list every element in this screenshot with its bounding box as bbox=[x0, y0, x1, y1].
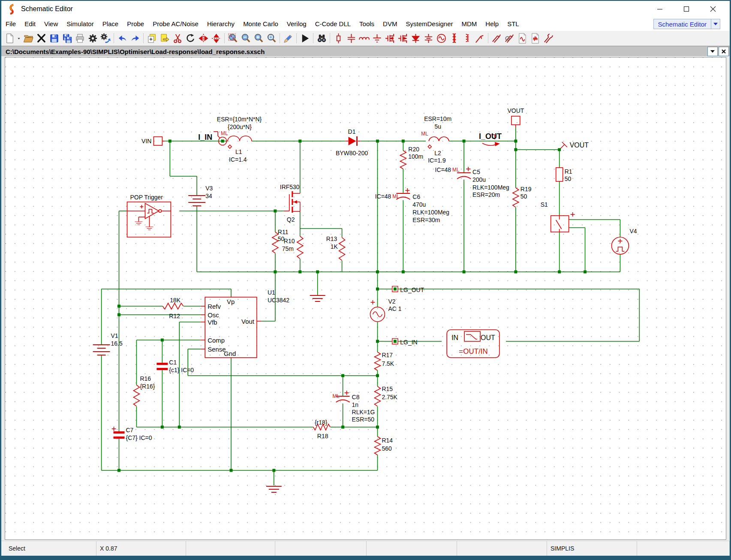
symbol[interactable] bbox=[310, 295, 325, 301]
component-symbols[interactable] bbox=[93, 116, 629, 492]
menu-probe[interactable]: Probe bbox=[123, 17, 148, 31]
menu-tools[interactable]: Tools bbox=[355, 17, 379, 31]
mode-selector[interactable]: Schematic Editor bbox=[653, 19, 711, 29]
menu-help[interactable]: Help bbox=[481, 17, 503, 31]
schematic[interactable]: VINI_INESR={10m*N*N}{200u*N}MLL1IC=1.4V3… bbox=[5, 57, 726, 539]
symbol[interactable] bbox=[374, 437, 380, 455]
toolbar-current-probe-button[interactable] bbox=[503, 32, 516, 45]
toolbar-flip-horizontal-button[interactable] bbox=[210, 32, 223, 45]
symbol[interactable] bbox=[339, 238, 345, 260]
symbol[interactable] bbox=[93, 345, 110, 355]
symbol[interactable] bbox=[266, 486, 282, 492]
toolbar-flip-vertical-button[interactable] bbox=[197, 32, 210, 45]
toolbar-settings-run-button[interactable] bbox=[99, 32, 112, 45]
label-c8_rlk: RLK=1G bbox=[352, 409, 375, 415]
symbol[interactable] bbox=[374, 352, 380, 370]
toolbar-place-nmos-button[interactable] bbox=[383, 32, 396, 45]
symbol[interactable] bbox=[162, 303, 183, 309]
menu-systemdesigner[interactable]: SystemDesigner bbox=[401, 17, 457, 31]
copy-page-icon bbox=[147, 33, 157, 44]
symbol[interactable] bbox=[272, 232, 278, 253]
toolbar-settings-button[interactable] bbox=[86, 32, 99, 45]
menu-stl[interactable]: STL bbox=[503, 17, 523, 31]
label-vin: VIN bbox=[141, 138, 151, 145]
toolbar-new-button[interactable] bbox=[3, 32, 16, 45]
menu-hierarchy[interactable]: Hierarchy bbox=[203, 17, 239, 31]
menu-verilog[interactable]: Verilog bbox=[283, 17, 311, 31]
menu-place[interactable]: Place bbox=[98, 17, 123, 31]
toolbar-ac-analysis-probe-button[interactable] bbox=[516, 32, 529, 45]
toolbar-new-dropdown-button[interactable] bbox=[16, 32, 22, 45]
toolbar-place-pmos-button[interactable] bbox=[396, 32, 409, 45]
menu-mdm[interactable]: MDM bbox=[457, 17, 481, 31]
menu-c-code-dll[interactable]: C-Code DLL bbox=[311, 17, 355, 31]
toolbar-zoom-in-button[interactable] bbox=[252, 32, 265, 45]
toolbar-run-simulation-button[interactable] bbox=[298, 32, 311, 45]
toolbar-save-button[interactable] bbox=[48, 32, 60, 45]
toolbar-place-probe-button[interactable] bbox=[473, 32, 486, 45]
label-r13_name: R13 bbox=[326, 235, 337, 242]
junction bbox=[463, 271, 466, 274]
symbol[interactable] bbox=[133, 385, 139, 406]
toolbar-open-button[interactable] bbox=[22, 32, 35, 45]
toolbar-differential-probe-button[interactable] bbox=[541, 32, 554, 45]
toolbar-zoom-area-button[interactable] bbox=[265, 32, 278, 45]
symbol[interactable] bbox=[513, 188, 519, 207]
toolbar-place-resistor-button[interactable] bbox=[332, 32, 345, 45]
toolbar-edit-pencil-button[interactable] bbox=[282, 32, 295, 45]
symbol[interactable] bbox=[392, 339, 398, 344]
toolbar-place-inductor-button[interactable] bbox=[358, 32, 370, 45]
toolbar-export-page-button[interactable] bbox=[158, 32, 171, 45]
toolbar-redo-button[interactable] bbox=[129, 32, 141, 45]
toolbar-place-ac-source-button[interactable] bbox=[435, 32, 448, 45]
symbol[interactable] bbox=[145, 227, 153, 230]
schematic-editor-window: Schematic Editor File Edit View Simulato… bbox=[1, 1, 730, 556]
symbol[interactable] bbox=[374, 386, 380, 406]
mode-selector-caret-button[interactable] bbox=[711, 19, 720, 29]
symbol[interactable] bbox=[457, 173, 471, 179]
symbol[interactable] bbox=[156, 363, 168, 370]
toolbar-cut-button[interactable] bbox=[171, 32, 184, 45]
menu-view[interactable]: View bbox=[40, 17, 62, 31]
toolbar-place-diode-button[interactable] bbox=[409, 32, 422, 45]
window-title: Schematic Editor bbox=[21, 5, 73, 13]
export-page-icon bbox=[159, 33, 170, 44]
schematic-canvas[interactable]: VINI_INESR={10m*N*N}{200u*N}MLL1IC=1.4V3… bbox=[1, 56, 730, 541]
toolbar-copy-page-button[interactable] bbox=[145, 32, 158, 45]
toolbar-place-capacitor-button[interactable] bbox=[345, 32, 358, 45]
menu-file[interactable]: File bbox=[1, 17, 20, 31]
menu-monte-carlo[interactable]: Monte Carlo bbox=[239, 17, 283, 31]
symbol[interactable] bbox=[392, 286, 398, 292]
symbol[interactable] bbox=[135, 222, 142, 225]
toolbar-place-coupled-inductor-button[interactable] bbox=[460, 32, 473, 45]
toolbar-zoom-select-button[interactable] bbox=[226, 32, 239, 45]
toolbar-place-ground-button[interactable] bbox=[370, 32, 383, 45]
pathbar-dropdown-button[interactable] bbox=[707, 47, 718, 56]
close-button[interactable] bbox=[700, 1, 726, 17]
menu-dvm[interactable]: DVM bbox=[379, 17, 401, 31]
toolbar-zoom-out-button[interactable] bbox=[239, 32, 252, 45]
toolbar-undo-button[interactable] bbox=[116, 32, 129, 45]
toolbar-transient-probe-button[interactable] bbox=[529, 32, 541, 45]
menu-edit[interactable]: Edit bbox=[20, 17, 40, 31]
menu-simulator[interactable]: Simulator bbox=[62, 17, 98, 31]
minimize-button[interactable] bbox=[647, 1, 673, 17]
toolbar-rotate-button[interactable] bbox=[184, 32, 197, 45]
symbol[interactable] bbox=[188, 196, 205, 206]
toolbar-place-polarized-capacitor-button[interactable] bbox=[422, 32, 435, 45]
symbol[interactable] bbox=[114, 431, 125, 439]
schematic-sheet[interactable]: VINI_INESR={10m*N*N}{200u*N}MLL1IC=1.4V3… bbox=[5, 57, 726, 540]
toolbar-print-button[interactable] bbox=[73, 32, 86, 45]
symbol[interactable] bbox=[400, 151, 406, 169]
junction bbox=[376, 426, 379, 429]
pathbar-close-button[interactable] bbox=[719, 47, 729, 56]
maximize-button[interactable] bbox=[673, 1, 700, 17]
titlebar: Schematic Editor bbox=[1, 1, 730, 17]
symbol[interactable] bbox=[297, 236, 303, 259]
toolbar-delete-button[interactable] bbox=[35, 32, 48, 45]
toolbar-find-button[interactable] bbox=[315, 32, 328, 45]
toolbar-place-transformer-button[interactable] bbox=[448, 32, 460, 45]
toolbar-save-all-button[interactable] bbox=[60, 32, 73, 45]
menu-probe-ac-noise[interactable]: Probe AC/Noise bbox=[148, 17, 203, 31]
toolbar-voltage-probe-button[interactable] bbox=[490, 32, 503, 45]
